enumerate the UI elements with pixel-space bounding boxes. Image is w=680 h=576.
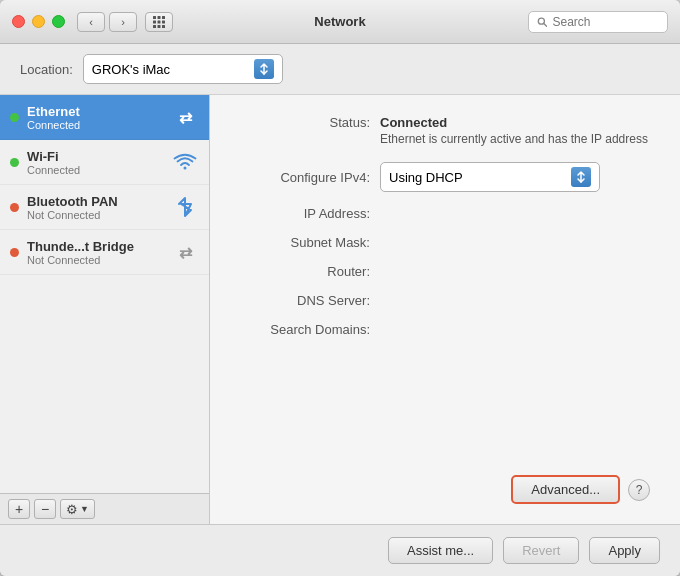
ip-address-label: IP Address: bbox=[240, 206, 370, 221]
dns-row: DNS Server: bbox=[240, 293, 650, 308]
location-select[interactable]: GROK's iMac bbox=[83, 54, 283, 84]
wifi-text: Wi-Fi Connected bbox=[27, 149, 163, 176]
ethernet-status-dot bbox=[10, 113, 19, 122]
ethernet-arrows-icon: ⇄ bbox=[179, 108, 192, 127]
search-domains-label: Search Domains: bbox=[240, 322, 370, 337]
window-title: Network bbox=[314, 14, 365, 29]
ethernet-icon: ⇄ bbox=[171, 103, 199, 131]
thunderbolt-arrows-icon: ⇄ bbox=[179, 243, 192, 262]
minimize-button[interactable] bbox=[32, 15, 45, 28]
wifi-status-dot bbox=[10, 158, 19, 167]
thunderbolt-name: Thunde...t Bridge bbox=[27, 239, 163, 254]
thunderbolt-text: Thunde...t Bridge Not Connected bbox=[27, 239, 163, 266]
svg-rect-0 bbox=[153, 16, 156, 19]
location-bar: Location: GROK's iMac bbox=[0, 44, 680, 95]
gear-dropdown-icon: ▼ bbox=[80, 504, 89, 514]
traffic-lights bbox=[12, 15, 65, 28]
revert-button[interactable]: Revert bbox=[503, 537, 579, 564]
search-input[interactable] bbox=[552, 15, 659, 29]
configure-value: Using DHCP bbox=[389, 170, 463, 185]
advanced-button[interactable]: Advanced... bbox=[511, 475, 620, 504]
search-box[interactable] bbox=[528, 11, 668, 33]
svg-rect-5 bbox=[162, 20, 165, 23]
apply-button[interactable]: Apply bbox=[589, 537, 660, 564]
ip-address-row: IP Address: bbox=[240, 206, 650, 221]
status-row: Status: Connected Ethernet is currently … bbox=[240, 115, 650, 148]
svg-rect-8 bbox=[162, 25, 165, 28]
sidebar-item-thunderbolt[interactable]: Thunde...t Bridge Not Connected ⇄ bbox=[0, 230, 209, 275]
status-description: Ethernet is currently active and has the… bbox=[380, 130, 648, 148]
close-button[interactable] bbox=[12, 15, 25, 28]
configure-arrow-icon bbox=[571, 167, 591, 187]
bluetooth-icon bbox=[171, 193, 199, 221]
titlebar: ‹ › Network bbox=[0, 0, 680, 44]
network-gear-button[interactable]: ⚙ ▼ bbox=[60, 499, 95, 519]
grid-button[interactable] bbox=[145, 12, 173, 32]
remove-network-button[interactable]: − bbox=[34, 499, 56, 519]
sidebar-list: Ethernet Connected ⇄ Wi-Fi Connected bbox=[0, 95, 209, 493]
thunderbolt-icon: ⇄ bbox=[171, 238, 199, 266]
search-icon bbox=[537, 16, 547, 28]
bluetooth-text: Bluetooth PAN Not Connected bbox=[27, 194, 163, 221]
thunderbolt-status-dot bbox=[10, 248, 19, 257]
wifi-status: Connected bbox=[27, 164, 163, 176]
sidebar: Ethernet Connected ⇄ Wi-Fi Connected bbox=[0, 95, 210, 524]
dns-label: DNS Server: bbox=[240, 293, 370, 308]
configure-label: Configure IPv4: bbox=[240, 170, 370, 185]
sidebar-item-wifi[interactable]: Wi-Fi Connected bbox=[0, 140, 209, 185]
configure-row: Configure IPv4: Using DHCP bbox=[240, 162, 650, 192]
sidebar-item-bluetooth[interactable]: Bluetooth PAN Not Connected bbox=[0, 185, 209, 230]
network-window: ‹ › Network Locat bbox=[0, 0, 680, 576]
ethernet-text: Ethernet Connected bbox=[27, 104, 163, 131]
thunderbolt-status: Not Connected bbox=[27, 254, 163, 266]
add-network-button[interactable]: + bbox=[8, 499, 30, 519]
ethernet-status: Connected bbox=[27, 119, 163, 131]
status-label: Status: bbox=[240, 115, 370, 130]
router-row: Router: bbox=[240, 264, 650, 279]
sidebar-item-ethernet[interactable]: Ethernet Connected ⇄ bbox=[0, 95, 209, 140]
bottom-actions: Advanced... ? bbox=[240, 465, 650, 504]
wifi-icon bbox=[171, 148, 199, 176]
location-value: GROK's iMac bbox=[92, 62, 170, 77]
main-content: Ethernet Connected ⇄ Wi-Fi Connected bbox=[0, 95, 680, 524]
back-button[interactable]: ‹ bbox=[77, 12, 105, 32]
assist-me-button[interactable]: Assist me... bbox=[388, 537, 493, 564]
right-panel: Status: Connected Ethernet is currently … bbox=[210, 95, 680, 524]
help-button[interactable]: ? bbox=[628, 479, 650, 501]
ethernet-name: Ethernet bbox=[27, 104, 163, 119]
location-arrow-icon bbox=[254, 59, 274, 79]
network-details: Status: Connected Ethernet is currently … bbox=[240, 115, 650, 465]
sidebar-toolbar: + − ⚙ ▼ bbox=[0, 493, 209, 524]
subnet-mask-row: Subnet Mask: bbox=[240, 235, 650, 250]
router-label: Router: bbox=[240, 264, 370, 279]
bluetooth-name: Bluetooth PAN bbox=[27, 194, 163, 209]
bluetooth-status: Not Connected bbox=[27, 209, 163, 221]
nav-buttons: ‹ › bbox=[77, 12, 137, 32]
search-domains-row: Search Domains: bbox=[240, 322, 650, 337]
svg-rect-6 bbox=[153, 25, 156, 28]
configure-ipv4-select[interactable]: Using DHCP bbox=[380, 162, 600, 192]
status-value: Connected bbox=[380, 115, 648, 130]
gear-icon: ⚙ bbox=[66, 502, 78, 517]
subnet-mask-label: Subnet Mask: bbox=[240, 235, 370, 250]
footer: Assist me... Revert Apply bbox=[0, 524, 680, 576]
forward-button[interactable]: › bbox=[109, 12, 137, 32]
svg-line-10 bbox=[544, 23, 547, 26]
svg-rect-4 bbox=[158, 20, 161, 23]
svg-rect-2 bbox=[162, 16, 165, 19]
svg-rect-1 bbox=[158, 16, 161, 19]
bluetooth-status-dot bbox=[10, 203, 19, 212]
wifi-name: Wi-Fi bbox=[27, 149, 163, 164]
svg-rect-3 bbox=[153, 20, 156, 23]
location-label: Location: bbox=[20, 62, 73, 77]
maximize-button[interactable] bbox=[52, 15, 65, 28]
svg-rect-7 bbox=[158, 25, 161, 28]
